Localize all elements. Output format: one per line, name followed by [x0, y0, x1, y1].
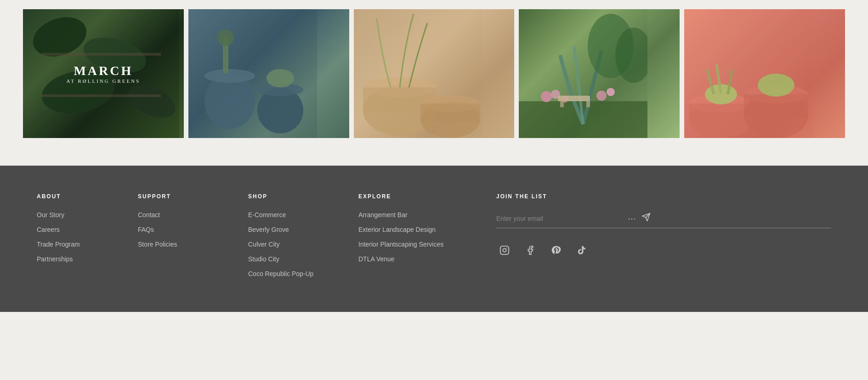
about-our-story-link[interactable]: Our Story — [37, 211, 64, 219]
gallery-item-1[interactable]: MARCH AT RØLLING GREENS — [23, 9, 184, 138]
footer-col-support: SUPPORT Contact FAQs Store Policies — [138, 193, 239, 284]
svg-rect-14 — [188, 9, 317, 138]
support-contact-link[interactable]: Contact — [138, 211, 160, 219]
footer-grid: ABOUT Our Story Careers Trade Program Pa… — [37, 193, 831, 284]
svg-rect-33 — [586, 100, 590, 107]
gallery-overlay-1: MARCH AT RØLLING GREENS — [66, 63, 140, 84]
list-item: Interior Plantscaping Services — [358, 240, 487, 248]
svg-rect-21 — [354, 9, 482, 138]
list-item: Our Story — [37, 211, 129, 219]
list-item: Coco Republic Pop-Up — [248, 270, 349, 278]
footer: ABOUT Our Story Careers Trade Program Pa… — [0, 166, 868, 312]
list-item: Arrangement Bar — [358, 211, 487, 219]
svg-rect-45 — [500, 246, 509, 254]
svg-point-46 — [503, 248, 506, 252]
svg-point-47 — [506, 248, 507, 248]
list-item: Partnerships — [37, 255, 129, 263]
footer-shop-heading: SHOP — [248, 193, 349, 200]
footer-col-newsletter: JOIN THE LIST ⋯ — [496, 193, 831, 284]
footer-about-links: Our Story Careers Trade Program Partners… — [37, 211, 129, 263]
about-partnerships-link[interactable]: Partnerships — [37, 255, 73, 263]
footer-support-heading: SUPPORT — [138, 193, 239, 200]
instagram-link[interactable] — [496, 242, 513, 259]
footer-col-about: ABOUT Our Story Careers Trade Program Pa… — [37, 193, 129, 284]
gallery-item-4[interactable] — [519, 9, 680, 138]
facebook-icon — [525, 245, 535, 255]
gallery-item-2[interactable] — [188, 9, 349, 138]
gallery-sub: AT RØLLING GREENS — [66, 78, 140, 84]
list-item: Studio City — [248, 255, 349, 263]
svg-rect-30 — [519, 9, 647, 138]
list-item: DTLA Venue — [358, 255, 487, 263]
explore-interior-plantscaping-link[interactable]: Interior Plantscaping Services — [358, 241, 443, 248]
list-item: FAQs — [138, 225, 239, 234]
email-submit-button[interactable] — [639, 211, 653, 226]
list-item: Culver City — [248, 240, 349, 248]
explore-dtla-venue-link[interactable]: DTLA Venue — [358, 255, 395, 263]
list-item: Beverly Grove — [248, 225, 349, 234]
send-icon — [641, 213, 651, 222]
support-faqs-link[interactable]: FAQs — [138, 226, 154, 233]
social-icons — [496, 242, 831, 259]
options-icon: ⋯ — [628, 214, 636, 223]
tiktok-icon — [577, 245, 587, 255]
svg-rect-6 — [41, 94, 161, 97]
footer-newsletter-heading: JOIN THE LIST — [496, 193, 831, 200]
list-item: Store Policies — [138, 240, 239, 248]
pinterest-icon — [551, 245, 561, 255]
footer-col-shop: SHOP E-Commerce Beverly Grove Culver Cit… — [248, 193, 349, 284]
footer-col-explore: EXPLORE Arrangement Bar Exterior Landsca… — [358, 193, 487, 284]
list-item: E-Commerce — [248, 211, 349, 219]
footer-support-links: Contact FAQs Store Policies — [138, 211, 239, 248]
gallery-month: MARCH — [66, 63, 140, 78]
footer-about-heading: ABOUT — [37, 193, 129, 200]
footer-explore-links: Arrangement Bar Exterior Landscape Desig… — [358, 211, 487, 263]
shop-culver-city-link[interactable]: Culver City — [248, 241, 279, 248]
about-careers-link[interactable]: Careers — [37, 226, 60, 233]
shop-ecommerce-link[interactable]: E-Commerce — [248, 211, 286, 219]
gallery-item-5[interactable] — [684, 9, 845, 138]
about-trade-link[interactable]: Trade Program — [37, 241, 80, 248]
footer-explore-heading: EXPLORE — [358, 193, 487, 200]
email-input[interactable] — [496, 213, 625, 224]
svg-rect-5 — [41, 53, 161, 56]
svg-rect-32 — [560, 100, 564, 107]
svg-rect-42 — [684, 9, 813, 138]
explore-arrangement-bar-link[interactable]: Arrangement Bar — [358, 211, 408, 219]
tiktok-link[interactable] — [573, 242, 590, 259]
gallery-section: MARCH AT RØLLING GREENS — [0, 0, 868, 166]
instagram-icon — [499, 245, 510, 255]
gallery-item-3[interactable] — [354, 9, 515, 138]
email-form: ⋯ — [496, 211, 831, 228]
facebook-link[interactable] — [522, 242, 539, 259]
list-item: Contact — [138, 211, 239, 219]
shop-coco-republic-link[interactable]: Coco Republic Pop-Up — [248, 270, 313, 277]
explore-exterior-landscape-link[interactable]: Exterior Landscape Design — [358, 226, 436, 233]
email-options-button[interactable]: ⋯ — [625, 212, 639, 225]
list-item: Careers — [37, 225, 129, 234]
shop-beverly-grove-link[interactable]: Beverly Grove — [248, 226, 289, 233]
support-policies-link[interactable]: Store Policies — [138, 241, 177, 248]
list-item: Trade Program — [37, 240, 129, 248]
gallery-grid: MARCH AT RØLLING GREENS — [23, 9, 845, 138]
shop-studio-city-link[interactable]: Studio City — [248, 255, 279, 263]
footer-shop-links: E-Commerce Beverly Grove Culver City Stu… — [248, 211, 349, 278]
pinterest-link[interactable] — [548, 242, 564, 259]
list-item: Exterior Landscape Design — [358, 225, 487, 234]
